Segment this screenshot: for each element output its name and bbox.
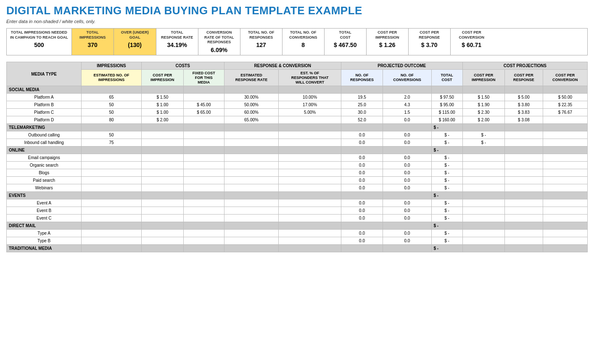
row-pct-conv: 17.00%	[279, 101, 341, 109]
table-row: Paid search 0.0 0.0 $ -	[7, 177, 588, 184]
row-est-imp	[82, 177, 141, 184]
row-total-cost: $ -	[431, 237, 462, 245]
row-pct-conv: 10.00%	[279, 94, 341, 101]
row-resp-rate	[224, 169, 279, 177]
row-proj-cpc: $ 50.00	[543, 94, 587, 101]
row-proj-cpr: $ 5.00	[505, 94, 543, 101]
row-no-resp: 0.0	[341, 230, 383, 237]
row-fixed	[184, 207, 224, 215]
sum-label-10: COST PERRESPONSE	[412, 30, 447, 40]
row-resp-rate	[224, 184, 279, 192]
row-fixed	[184, 237, 224, 245]
col-fixed-cost: FIXED COSTFOR THISMEDIA	[184, 70, 224, 86]
col-est-pct-convert: EST. % OFRESPONDERS THATWILL CONVERT	[279, 70, 341, 86]
row-cpi	[141, 230, 183, 237]
sum-total-impressions: TOTALIMPRESSIONS 370	[72, 29, 114, 55]
row-proj-cpr	[505, 184, 543, 192]
row-proj-cpc	[543, 237, 587, 245]
row-proj-cpi: $ -	[462, 131, 504, 139]
row-fixed	[184, 131, 224, 139]
row-total-cost: $ -	[431, 169, 462, 177]
section-label: EVENTS	[7, 192, 82, 199]
row-fixed	[184, 177, 224, 184]
row-resp-rate	[224, 215, 279, 222]
row-resp-rate	[224, 162, 279, 169]
row-proj-cpr: $ 3.08	[505, 116, 543, 124]
row-fixed	[184, 154, 224, 162]
section-header-3: EVENTS $ -	[7, 192, 588, 199]
row-cpi	[141, 139, 183, 147]
table-row: Event A 0.0 0.0 $ -	[7, 199, 588, 207]
row-no-resp: 0.0	[341, 207, 383, 215]
table-row: Type A 0.0 0.0 $ -	[7, 230, 588, 237]
row-resp-rate	[224, 230, 279, 237]
row-est-imp	[82, 237, 141, 245]
table-row: Event B 0.0 0.0 $ -	[7, 207, 588, 215]
section-label: SOCIAL MEDIA	[7, 86, 82, 94]
sum-response-rate: TOTALRESPONSE RATE 34.19%	[156, 29, 198, 55]
sum-value-6: 127	[244, 42, 279, 48]
row-est-imp	[82, 184, 141, 192]
table-row: Platform C 50 $ 1.00 $ 65.00 60.00% 5.00…	[7, 109, 588, 116]
row-resp-rate: 30.00%	[224, 94, 279, 101]
row-cpi	[141, 177, 183, 184]
col-est-impressions: ESTIMATED NO. OFIMPRESSIONS	[82, 70, 141, 86]
row-est-imp	[82, 199, 141, 207]
row-no-resp: 52.0	[341, 116, 383, 124]
row-proj-cpc	[543, 139, 587, 147]
table-row: Platform A 65 $ 1.50 30.00% 10.00% 19.5 …	[7, 94, 588, 101]
row-resp-rate	[224, 131, 279, 139]
sum-total-conversions: TOTAL NO. OFCONVERSIONS 8	[282, 29, 325, 55]
row-proj-cpi	[462, 230, 504, 237]
row-proj-cpc	[543, 154, 587, 162]
col-proj-cpc: COST PERCONVERSION	[543, 70, 587, 86]
row-pct-conv	[279, 199, 341, 207]
row-est-imp	[82, 230, 141, 237]
row-cpi	[141, 131, 183, 139]
col-media-type: MEDIA TYPE	[7, 62, 82, 86]
row-total-cost: $ -	[431, 207, 462, 215]
row-proj-cpc	[543, 116, 587, 124]
sum-value-5: 6.09%	[202, 47, 237, 53]
sum-label-11: COST PERCONVERSION	[454, 30, 489, 40]
row-label: Platform B	[7, 101, 82, 109]
row-no-resp: 0.0	[341, 184, 383, 192]
col-no-conversions: NO. OFCONVERSIONS	[383, 70, 431, 86]
group-response: RESPONSE & CONVERSION	[224, 62, 341, 70]
sum-label-2: TOTALIMPRESSIONS	[75, 30, 110, 40]
row-proj-cpr: $ 3.83	[505, 109, 543, 116]
row-total-cost: $ -	[431, 154, 462, 162]
col-total-cost: TOTALCOST	[431, 70, 462, 86]
row-proj-cpc	[543, 177, 587, 184]
table-row: Inbound call handling 75 0.0 0.0 $ - $ -	[7, 139, 588, 147]
row-proj-cpi: $ 2.30	[462, 109, 504, 116]
main-table: MEDIA TYPE IMPRESSIONS COSTS RESPONSE & …	[6, 62, 588, 252]
table-row: Type B 0.0 0.0 $ -	[7, 237, 588, 245]
row-pct-conv	[279, 162, 341, 169]
row-no-resp: 0.0	[341, 237, 383, 245]
row-proj-cpi: $ 1.50	[462, 94, 504, 101]
sum-conversion-rate: CONVERSIONRATE OF TOTALRESPONSES 6.09%	[198, 29, 240, 55]
row-proj-cpc	[543, 207, 587, 215]
sum-cost-per-response: COST PERRESPONSE $ 3.70	[409, 29, 451, 55]
row-pct-conv: 5.00%	[279, 109, 341, 116]
row-no-conv: 0.0	[383, 237, 431, 245]
row-proj-cpi	[462, 169, 504, 177]
row-no-conv: 0.0	[383, 131, 431, 139]
row-no-resp: 0.0	[341, 177, 383, 184]
row-fixed: $ 45.00	[184, 101, 224, 109]
section-label: ONLINE	[7, 147, 82, 154]
row-resp-rate	[224, 139, 279, 147]
row-fixed	[184, 184, 224, 192]
row-fixed	[184, 215, 224, 222]
row-proj-cpi	[462, 154, 504, 162]
section-label: TELEMARKETING	[7, 124, 82, 131]
section-header-4: DIRECT MAIL $ -	[7, 222, 588, 230]
table-row: Email campaigns 0.0 0.0 $ -	[7, 154, 588, 162]
row-fixed: $ 65.00	[184, 109, 224, 116]
sum-label-1: TOTAL IMPRESSIONS NEEDEDin Campaign to R…	[10, 30, 68, 40]
col-proj-cpr: COST PERRESPONSE	[505, 70, 543, 86]
row-label: Event C	[7, 215, 82, 222]
row-no-conv: 4.3	[383, 101, 431, 109]
row-label: Organic search	[7, 162, 82, 169]
